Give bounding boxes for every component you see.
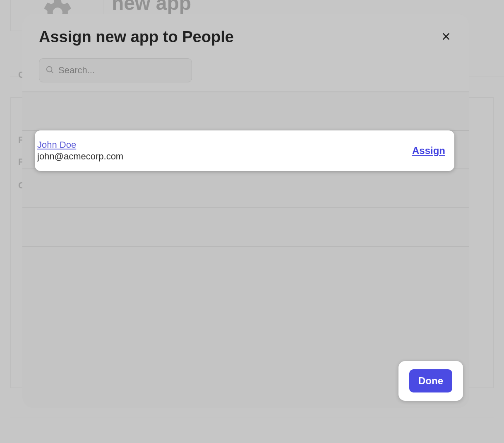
list-spacer: [22, 208, 469, 247]
done-button[interactable]: Done: [409, 369, 452, 392]
modal-title: Assign new app to People: [39, 28, 234, 46]
background-app-title: new app: [112, 0, 191, 14]
list-spacer: [22, 92, 469, 131]
list-spacer: [22, 169, 469, 208]
modal-footer: Done: [398, 361, 463, 401]
svg-point-2: [47, 67, 52, 72]
user-name-link[interactable]: John Doe: [37, 140, 123, 150]
assign-people-modal: Assign new app to People John Doe john@a…: [22, 14, 469, 408]
assign-button[interactable]: Assign: [412, 145, 445, 156]
search-field-wrapper[interactable]: [39, 58, 192, 82]
close-button[interactable]: [439, 31, 453, 44]
user-email: john@acmecorp.com: [37, 151, 123, 162]
user-info: John Doe john@acmecorp.com: [37, 140, 123, 162]
search-section: [22, 58, 469, 91]
user-row: John Doe john@acmecorp.com Assign: [35, 130, 454, 171]
background-divider: [10, 417, 494, 417]
modal-header: Assign new app to People: [22, 14, 469, 58]
search-icon: [45, 65, 58, 76]
svg-line-3: [51, 71, 53, 73]
close-icon: [442, 32, 451, 43]
search-input[interactable]: [58, 65, 186, 76]
people-list: John Doe john@acmecorp.com Assign Done: [22, 91, 469, 408]
